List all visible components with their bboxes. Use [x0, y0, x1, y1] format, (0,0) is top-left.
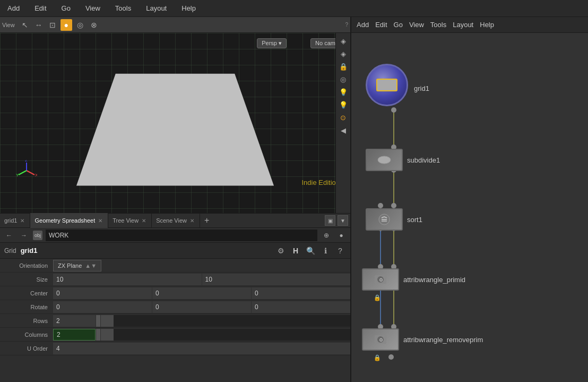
tab-close-tree-view[interactable]: ✕: [141, 217, 147, 224]
tab-add-button[interactable]: +: [200, 216, 213, 225]
question-icon[interactable]: ?: [334, 245, 346, 257]
uorder-value: [53, 343, 350, 354]
rows-input[interactable]: [53, 315, 96, 327]
tab-bar: grid1 ✕ Geometry Spreadsheet ✕ Tree View…: [0, 213, 350, 228]
menu-edit[interactable]: Edit: [31, 3, 49, 13]
tab-expand-button[interactable]: ▼: [338, 215, 348, 226]
size-input-1[interactable]: [53, 274, 202, 285]
menu-view[interactable]: View: [82, 3, 103, 13]
size-value: [53, 274, 350, 285]
menu-add[interactable]: Add: [4, 3, 23, 13]
uorder-input[interactable]: [53, 343, 350, 354]
tab-close-scene-view[interactable]: ✕: [189, 217, 195, 224]
path-home-button[interactable]: ●: [335, 230, 347, 241]
render-tool[interactable]: ●: [60, 19, 72, 31]
sort1-thumb[interactable]: [366, 208, 403, 231]
layers-icon[interactable]: ◈: [338, 35, 349, 47]
param-size: Size: [0, 273, 350, 286]
node-attribwrangle-removeprim[interactable]: ⚙ attribwrangle_removeprim: [362, 328, 483, 351]
rotate-input-y[interactable]: [152, 301, 251, 313]
tab-tree-view[interactable]: Tree View ✕: [108, 213, 152, 228]
display-icon[interactable]: ◈: [338, 48, 349, 60]
svg-line-2: [19, 171, 27, 175]
tab-grid1[interactable]: grid1 ✕: [0, 213, 30, 228]
settings-icon[interactable]: ⚙: [275, 245, 287, 257]
menu-help[interactable]: Help: [178, 3, 199, 13]
camera-tool[interactable]: ◎: [74, 19, 86, 31]
help-h-icon[interactable]: H: [290, 245, 301, 257]
svg-text:X: X: [35, 173, 37, 177]
center-input-z[interactable]: [252, 287, 350, 299]
top-menubar: Add Edit Go View Tools Layout Help: [0, 0, 588, 17]
right-menu-layout[interactable]: Layout: [453, 21, 473, 29]
orientation-label: Orientation: [0, 262, 53, 269]
path-add-button[interactable]: ⊕: [321, 230, 332, 241]
tab-close-grid1[interactable]: ✕: [19, 217, 25, 224]
snap-tool[interactable]: ⊡: [47, 19, 58, 31]
panel-icon[interactable]: ◀: [338, 124, 349, 136]
rows-value: [53, 315, 350, 327]
render-mode-icon[interactable]: ⊙: [338, 112, 349, 123]
node-subdivide1[interactable]: subdivide1: [366, 149, 440, 171]
right-menu-view[interactable]: View: [409, 21, 424, 29]
svg-text:⚙: ⚙: [379, 277, 383, 283]
attribwrangle-removeprim-lock: 🔒: [374, 354, 381, 361]
minimize-tool[interactable]: ⊗: [88, 19, 100, 31]
size-input-2[interactable]: [202, 274, 351, 285]
node-grid1[interactable]: [366, 64, 408, 106]
attribwrangle-removeprim-thumb[interactable]: ⚙: [362, 328, 399, 351]
tab-geometry-spreadsheet[interactable]: Geometry Spreadsheet ✕: [30, 213, 108, 228]
left-panel: View ↖ ↔ ⊡ ● ◎ ⊗ ? Persp ▾ No cam ▾ Indi…: [0, 17, 350, 382]
perspective-button[interactable]: Persp ▾: [257, 38, 287, 48]
grid1-thumb[interactable]: [366, 64, 408, 106]
nav-back-button[interactable]: ←: [3, 230, 15, 241]
node-sort1[interactable]: sort1: [366, 208, 422, 231]
menu-tools[interactable]: Tools: [112, 3, 134, 13]
svg-line-0: [27, 171, 34, 175]
rows-drag-handle[interactable]: [96, 315, 100, 327]
transform-tool[interactable]: ↔: [33, 19, 45, 31]
attribwrangle-primid-thumb[interactable]: ⚙: [362, 268, 399, 291]
svg-point-18: [378, 203, 383, 208]
tab-collapse-button[interactable]: ▣: [325, 215, 335, 226]
svg-point-26: [378, 156, 391, 164]
viewport[interactable]: Persp ▾ No cam ▾ Indie Edition X Y Z: [0, 33, 350, 213]
node-attribwrangle-primid[interactable]: ⚙ attribwrangle_primid: [362, 268, 465, 291]
tab-scene-view[interactable]: Scene View ✕: [152, 213, 200, 228]
viewport-icon-q: ?: [345, 22, 348, 28]
right-menu-tools[interactable]: Tools: [430, 21, 446, 29]
rotate-input-x[interactable]: [53, 301, 152, 313]
center-input-y[interactable]: [152, 287, 251, 299]
search-icon[interactable]: 🔍: [305, 245, 316, 257]
info-icon[interactable]: ℹ: [319, 245, 331, 257]
lock-icon[interactable]: 🔒: [338, 61, 349, 72]
select-tool[interactable]: ↖: [19, 19, 31, 31]
rows-slider[interactable]: [101, 315, 350, 327]
orientation-select-arrow: ▲▼: [85, 262, 97, 269]
center-input-x[interactable]: [53, 287, 152, 299]
rows-label: Rows: [0, 318, 53, 324]
orientation-select[interactable]: ZX Plane ▲▼: [53, 260, 101, 271]
columns-drag-handle[interactable]: [96, 329, 100, 341]
svg-point-12: [391, 107, 396, 113]
columns-input[interactable]: [53, 329, 96, 341]
right-menu-edit[interactable]: Edit: [375, 21, 387, 29]
rotate-input-z[interactable]: [252, 301, 350, 313]
light2-icon[interactable]: 💡: [338, 99, 349, 111]
right-menu-go[interactable]: Go: [394, 21, 403, 29]
right-menu-add[interactable]: Add: [357, 21, 369, 29]
tab-close-geometry-spreadsheet[interactable]: ✕: [97, 217, 103, 224]
snap-icon[interactable]: ◎: [338, 73, 349, 85]
bottom-panel: ← → obj ⊕ ● Grid grid1 ⚙ H 🔍 ℹ ?: [0, 228, 350, 382]
node-graph[interactable]: grid1 subdivide1 sort1 ⚙ attrib: [351, 33, 588, 382]
light-icon[interactable]: 💡: [338, 86, 349, 98]
menu-layout[interactable]: Layout: [143, 3, 170, 13]
right-panel: Add Edit Go View Tools Layout Help: [350, 17, 588, 382]
param-rotate: Rotate: [0, 300, 350, 314]
right-menu-help[interactable]: Help: [480, 21, 494, 29]
subdivide1-thumb[interactable]: [366, 149, 403, 171]
path-input[interactable]: [46, 230, 317, 241]
nav-forward-button[interactable]: →: [18, 230, 30, 241]
menu-go[interactable]: Go: [58, 3, 74, 13]
columns-slider[interactable]: [101, 329, 350, 341]
